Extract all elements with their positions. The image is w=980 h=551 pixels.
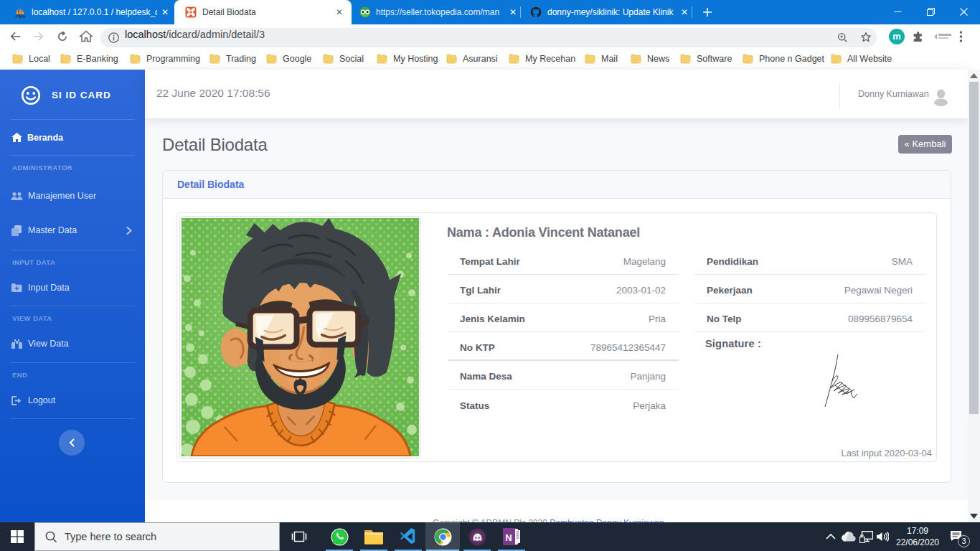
svg-text:PMA: PMA bbox=[16, 14, 27, 19]
svg-text:N: N bbox=[505, 532, 512, 543]
